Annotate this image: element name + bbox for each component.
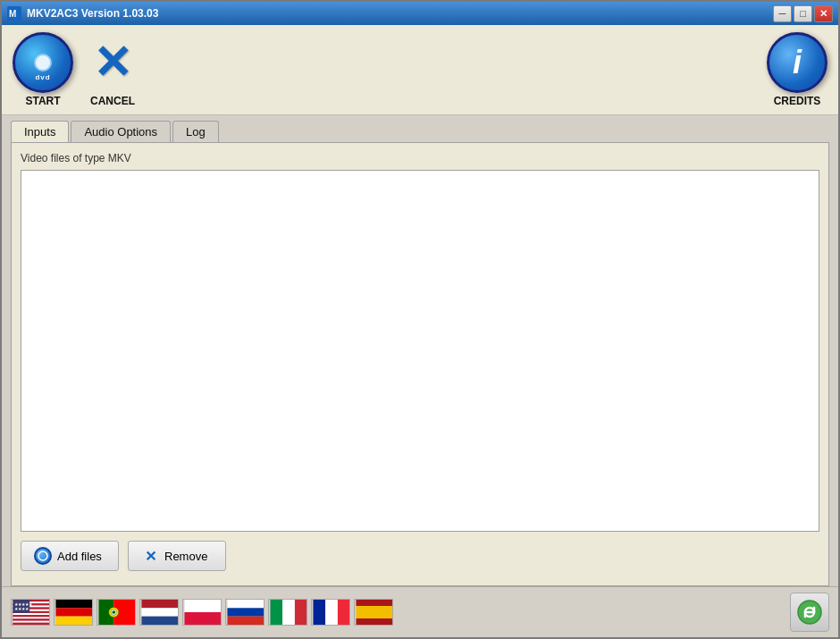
add-files-button[interactable]: Add files	[21, 541, 119, 571]
flag-de[interactable]	[54, 599, 93, 626]
svg-rect-10	[13, 613, 49, 615]
section-label: Video files of type MKV	[21, 152, 819, 164]
cancel-button[interactable]: ✕ CANCEL	[82, 32, 143, 107]
svg-text:M: M	[9, 9, 16, 19]
svg-rect-42	[356, 606, 392, 618]
flag-nl[interactable]	[139, 599, 179, 626]
svg-rect-13	[13, 618, 49, 620]
flag-pl[interactable]	[182, 599, 222, 626]
svg-rect-12	[13, 617, 49, 618]
file-list[interactable]	[21, 170, 819, 532]
svg-rect-38	[313, 600, 325, 625]
window-title: MKV2AC3 Version 1.03.03	[27, 7, 768, 20]
maximize-button[interactable]: □	[794, 5, 812, 22]
svg-rect-35	[270, 600, 282, 625]
svg-point-26	[112, 610, 115, 614]
tab-content-inputs: Video files of type MKV Add files ✕ Remo…	[11, 142, 829, 586]
update-button[interactable]	[790, 593, 829, 632]
remove-button[interactable]: ✕ Remove	[128, 541, 226, 571]
svg-rect-41	[356, 600, 392, 606]
flag-pt[interactable]	[97, 599, 136, 626]
tab-log[interactable]: Log	[172, 121, 219, 142]
svg-rect-15	[13, 623, 49, 625]
flag-it[interactable]	[268, 599, 307, 626]
title-bar: M MKV2AC3 Version 1.03.03 ─ □ ✕	[2, 2, 838, 25]
svg-rect-29	[141, 617, 178, 625]
flag-fr[interactable]	[311, 599, 350, 626]
svg-rect-28	[141, 608, 178, 616]
bottom-bar: ★★★★★ ★★★★	[2, 586, 838, 637]
flag-es[interactable]	[354, 599, 393, 626]
app-icon: M	[7, 6, 21, 21]
cancel-x-icon: ✕	[82, 32, 143, 93]
content-area: Inputs Audio Options Log Video files of …	[2, 115, 838, 586]
x-glyph: ✕	[93, 39, 132, 86]
tab-inputs[interactable]: Inputs	[11, 121, 69, 142]
close-button[interactable]: ✕	[814, 5, 833, 22]
svg-rect-39	[325, 600, 338, 625]
remove-icon: ✕	[141, 547, 159, 565]
file-buttons: Add files ✕ Remove	[21, 541, 819, 571]
tab-audio-options[interactable]: Audio Options	[71, 121, 171, 142]
add-files-icon	[34, 547, 52, 565]
credits-label: CREDITS	[774, 95, 821, 107]
svg-rect-11	[13, 615, 49, 617]
flag-ru[interactable]	[225, 599, 265, 626]
cancel-label: CANCEL	[90, 95, 135, 107]
svg-rect-30	[184, 600, 221, 612]
svg-rect-31	[184, 612, 221, 625]
main-window: M MKV2AC3 Version 1.03.03 ─ □ ✕ dvd STAR…	[0, 0, 840, 639]
toolbar: dvd START ✕ CANCEL i CREDITS	[2, 25, 838, 115]
svg-rect-21	[55, 617, 92, 625]
svg-text:★★★★: ★★★★	[14, 607, 29, 611]
svg-rect-33	[227, 608, 264, 616]
start-label: START	[25, 95, 60, 107]
window-controls: ─ □ ✕	[773, 5, 833, 22]
svg-rect-32	[227, 600, 264, 608]
svg-rect-34	[227, 617, 264, 625]
dvd-hole	[34, 54, 52, 71]
svg-rect-20	[55, 608, 92, 616]
svg-rect-14	[13, 621, 49, 623]
start-dvd-icon: dvd	[13, 32, 73, 93]
start-button[interactable]: dvd START	[13, 32, 73, 107]
credits-info-icon: i	[767, 32, 827, 93]
svg-rect-40	[338, 600, 350, 625]
svg-rect-19	[55, 600, 92, 608]
dvd-label: dvd	[35, 73, 50, 81]
svg-rect-27	[141, 600, 178, 608]
svg-rect-36	[282, 600, 295, 625]
minimize-button[interactable]: ─	[773, 5, 792, 22]
svg-rect-37	[295, 600, 307, 625]
tab-bar: Inputs Audio Options Log	[11, 121, 829, 142]
svg-point-2	[38, 551, 47, 560]
update-icon	[796, 599, 823, 626]
credits-button[interactable]: i CREDITS	[767, 32, 827, 107]
svg-rect-43	[356, 618, 392, 625]
flag-us[interactable]: ★★★★★ ★★★★	[11, 599, 50, 626]
